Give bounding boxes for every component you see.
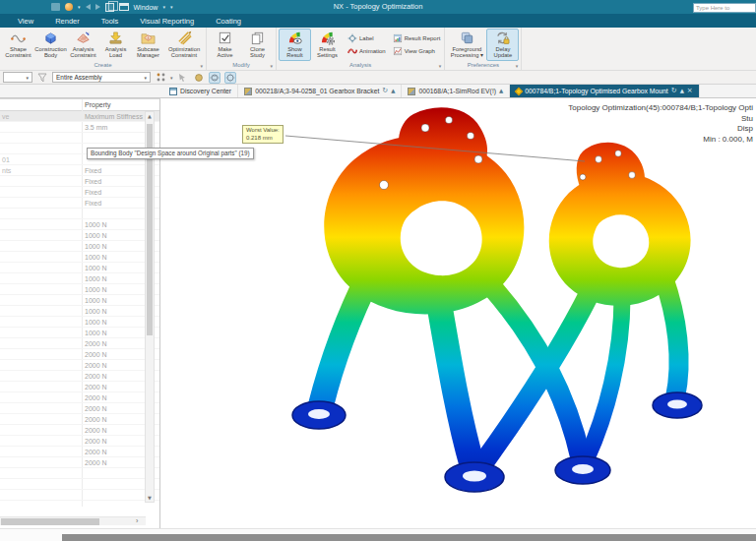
property-row[interactable]: 1000 N bbox=[0, 263, 159, 273]
property-row[interactable]: 1000 N bbox=[0, 295, 159, 306]
model-3d[interactable] bbox=[161, 98, 756, 528]
result-report-button[interactable]: Result Report bbox=[391, 31, 443, 44]
property-row[interactable]: 3.5 mm bbox=[0, 122, 159, 133]
property-value: 1000 N bbox=[85, 328, 107, 338]
property-row[interactable]: 1000 N bbox=[0, 252, 159, 263]
property-row[interactable]: Fixednts bbox=[0, 165, 159, 176]
result-settings-icon bbox=[320, 30, 335, 45]
vertical-scrollbar[interactable]: ▲ ▼ bbox=[145, 111, 155, 503]
property-row[interactable] bbox=[0, 479, 159, 490]
command-search-input[interactable]: Type Here to bbox=[693, 3, 756, 13]
property-row[interactable]: 2000 N bbox=[0, 338, 159, 349]
clone-study-button[interactable]: Clone Study bbox=[241, 29, 274, 61]
chevron-down-icon[interactable]: ▾ bbox=[170, 75, 173, 81]
menu-view[interactable]: View bbox=[8, 17, 43, 26]
animation-button[interactable]: Animation bbox=[346, 44, 388, 57]
dialog-launcher-caret[interactable]: ▾ bbox=[200, 63, 203, 69]
property-row[interactable] bbox=[0, 490, 159, 501]
property-row[interactable]: 2000 N bbox=[0, 447, 159, 457]
tab[interactable]: Discovery Center bbox=[163, 85, 238, 97]
property-row[interactable]: 1000 N bbox=[0, 317, 159, 328]
property-row[interactable]: 1000 N bbox=[0, 241, 159, 252]
property-row[interactable]: 2000 N bbox=[0, 392, 159, 403]
dialog-launcher-caret[interactable]: ▾ bbox=[516, 63, 519, 69]
property-row[interactable]: Fixed bbox=[0, 198, 159, 209]
property-row[interactable]: 2000 N bbox=[0, 403, 159, 414]
property-row[interactable] bbox=[0, 133, 159, 144]
shape-constraint-button[interactable]: Shape Constraint bbox=[2, 29, 34, 61]
tab-bar: Discovery Center000218/A;3-94-0258_01 Ge… bbox=[0, 85, 756, 98]
property-value: 2000 N bbox=[85, 371, 107, 382]
property-row[interactable]: 1000 N bbox=[0, 306, 159, 317]
rotate-view-icon[interactable] bbox=[209, 72, 220, 84]
menu-bar: ViewRenderToolsVisual ReportingCoating bbox=[0, 14, 756, 28]
horizontal-scrollbar[interactable] bbox=[0, 516, 146, 525]
make-active-button[interactable]: Make Active bbox=[209, 29, 241, 61]
menu-tools[interactable]: Tools bbox=[92, 17, 129, 26]
analysis-constraint-button[interactable]: Analysis Constraint bbox=[67, 29, 99, 61]
group-label-modify: Modify▾ bbox=[209, 61, 274, 70]
selection-scope-combo[interactable]: Entire Assembly ▾ bbox=[52, 72, 151, 83]
property-row[interactable]: 1000 N bbox=[0, 284, 159, 295]
property-row[interactable]: 2000 N bbox=[0, 382, 159, 392]
property-row[interactable]: 2000 N bbox=[0, 457, 159, 468]
property-row[interactable]: 2000 N bbox=[0, 349, 159, 360]
graphics-window[interactable]: Topology Optimization(45):000784/B;1-Top… bbox=[161, 98, 756, 528]
scroll-right-icon[interactable]: › bbox=[136, 516, 138, 525]
property-row[interactable]: 1000 N bbox=[0, 219, 159, 230]
group-label-analysis: Analysis▾ bbox=[279, 61, 442, 70]
tab[interactable]: 000218/A;3-94-0258_01 Gearbox Bracket↻▲ bbox=[238, 85, 402, 97]
property-row[interactable]: 2000 N bbox=[0, 371, 159, 382]
group-label-preferences: Preferences▾ bbox=[447, 61, 519, 70]
worst-value-annotation[interactable]: Worst Value: 0.218 mm bbox=[242, 125, 284, 144]
construction-body-button[interactable]: Construction Body bbox=[34, 29, 67, 61]
property-value: 2000 N bbox=[85, 360, 107, 371]
selection-type-combo[interactable]: ▾ bbox=[3, 72, 32, 83]
button-label: Shape Constraint bbox=[3, 46, 33, 59]
property-row[interactable]: 2000 N bbox=[0, 360, 159, 371]
snap-point-icon[interactable] bbox=[155, 72, 166, 84]
dialog-launcher-caret[interactable]: ▾ bbox=[439, 63, 442, 69]
property-row[interactable]: 2000 N bbox=[0, 425, 159, 436]
optimization-constraint-button[interactable]: Optimization Constraint bbox=[164, 29, 204, 61]
property-row[interactable]: 2000 N bbox=[0, 414, 159, 425]
property-row[interactable] bbox=[0, 468, 159, 479]
menu-visual-reporting[interactable]: Visual Reporting bbox=[130, 17, 204, 26]
button-label: Analysis Constraint bbox=[68, 46, 98, 59]
property-row[interactable]: 1000 N bbox=[0, 328, 159, 338]
pan-view-icon[interactable] bbox=[224, 72, 236, 84]
highlight-icon[interactable] bbox=[193, 72, 205, 84]
tab-label: 000784/B;1-Topology Optimised Gearbox Mo… bbox=[525, 88, 667, 94]
ribbon: Shape Constraint Construction Body Analy… bbox=[0, 28, 756, 71]
chevron-down-icon: ▾ bbox=[144, 75, 147, 81]
tab[interactable]: 000784/B;1-Topology Optimised Gearbox Mo… bbox=[510, 85, 699, 97]
property-row[interactable]: 1000 N bbox=[0, 273, 159, 284]
property-column-header[interactable]: Property bbox=[85, 101, 110, 108]
scroll-up-icon[interactable]: ▲ bbox=[146, 113, 154, 119]
analysis-load-button[interactable]: Analysis Load bbox=[99, 29, 132, 61]
property-row[interactable]: Fixed bbox=[0, 187, 159, 198]
close-icon[interactable]: × bbox=[687, 88, 693, 94]
property-row[interactable]: 2000 N bbox=[0, 436, 159, 447]
view-graph-button[interactable]: View Graph bbox=[391, 44, 443, 57]
show-result-button[interactable]: Show Result bbox=[279, 29, 311, 61]
scrollbar-thumb[interactable] bbox=[1, 518, 99, 525]
property-row[interactable] bbox=[0, 209, 159, 219]
foreground-processing-button[interactable]: Foreground Processing ▾ bbox=[447, 29, 486, 61]
selection-filter-icon[interactable] bbox=[36, 72, 48, 84]
dialog-launcher-caret[interactable]: ▾ bbox=[270, 63, 273, 69]
tab[interactable]: 000168/A;1-SimRod EV(!)▲ bbox=[402, 85, 510, 97]
menu-render[interactable]: Render bbox=[45, 17, 90, 26]
label-button[interactable]: Label bbox=[346, 31, 388, 44]
delay-update-button[interactable]: Delay Update bbox=[486, 29, 519, 61]
select-arrow-icon[interactable] bbox=[177, 72, 189, 84]
result-settings-button[interactable]: Result Settings bbox=[311, 29, 344, 61]
property-value: Fixed bbox=[85, 176, 101, 187]
property-row[interactable]: Fixed bbox=[0, 176, 159, 187]
subcase-manager-button[interactable]: Subcase Manager bbox=[132, 29, 164, 61]
result-report-icon bbox=[393, 33, 403, 43]
scroll-down-icon[interactable]: ▼ bbox=[146, 495, 154, 501]
property-row[interactable]: Maximum Stiffnessve bbox=[0, 111, 159, 122]
property-row[interactable]: 1000 N bbox=[0, 230, 159, 241]
menu-coating[interactable]: Coating bbox=[206, 17, 251, 26]
